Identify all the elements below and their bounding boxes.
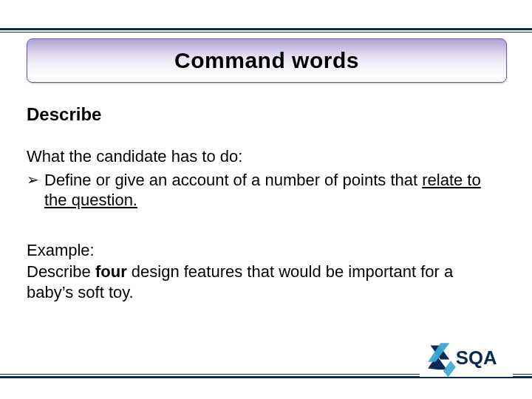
sqa-logo-svg: SQA: [424, 337, 513, 377]
example-label: Example:: [27, 240, 499, 261]
sqa-logo: SQA: [420, 337, 513, 377]
bullet-text-part1: Define or give an account of a number of…: [44, 171, 422, 189]
slide-title: Command words: [174, 48, 359, 73]
title-bar: Command words: [27, 38, 507, 83]
bullet-marker-icon: ➢: [27, 170, 44, 189]
slide: Command words Describe What the candidat…: [0, 0, 532, 399]
example-bold-word: four: [95, 262, 127, 281]
top-divider: [0, 28, 532, 35]
example-block: Example: Describe four design features t…: [27, 240, 499, 303]
content-area: Describe What the candidate has to do: ➢…: [27, 103, 499, 302]
bullet-item: ➢ Define or give an account of a number …: [27, 170, 499, 211]
svg-marker-3: [443, 361, 456, 377]
lead-in-text: What the candidate has to do:: [27, 146, 499, 167]
example-prefix: Describe: [27, 262, 95, 281]
section-heading: Describe: [27, 103, 499, 126]
logo-text: SQA: [456, 347, 497, 368]
example-text: Describe four design features that would…: [27, 262, 499, 302]
top-divider-thick: [0, 28, 532, 30]
top-divider-thin: [0, 32, 532, 33]
bullet-text: Define or give an account of a number of…: [44, 170, 499, 211]
